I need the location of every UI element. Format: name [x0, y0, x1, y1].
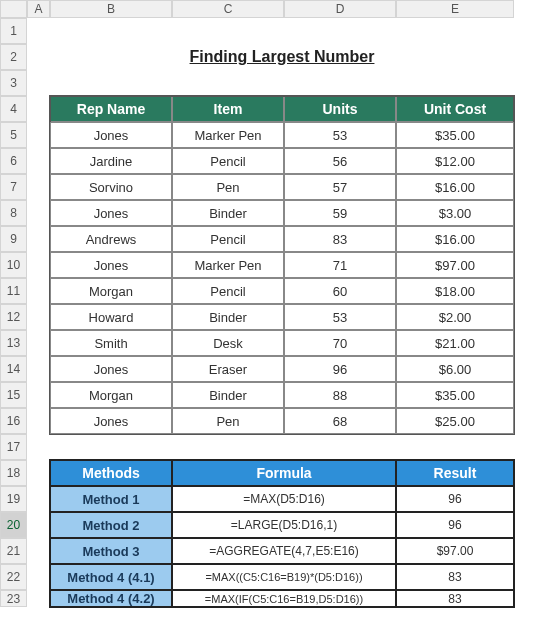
t1-cell[interactable]: 68 [284, 408, 396, 434]
t2-formula[interactable]: =MAX((C5:C16=B19)*(D5:D16)) [172, 564, 396, 590]
spreadsheet-grid[interactable]: A B C D E Finding Largest Number Rep Nam… [0, 0, 534, 607]
col-header-D[interactable]: D [284, 0, 396, 18]
row-header-17[interactable]: 17 [0, 434, 27, 460]
t1-cell[interactable]: 96 [284, 356, 396, 382]
t1-cell[interactable]: Jones [50, 356, 172, 382]
row-header-5[interactable]: 5 [0, 122, 27, 148]
t1-cell[interactable]: $6.00 [396, 356, 514, 382]
t1-cell[interactable]: 88 [284, 382, 396, 408]
t1-header-rep[interactable]: Rep Name [50, 96, 172, 122]
t1-cell[interactable]: $2.00 [396, 304, 514, 330]
row-header-19[interactable]: 19 [0, 486, 27, 512]
row-header-11[interactable]: 11 [0, 278, 27, 304]
row-header-1[interactable]: 1 [0, 18, 27, 44]
t2-method-label[interactable]: Method 4 (4.2) [50, 590, 172, 607]
t2-method-label[interactable]: Method 4 (4.1) [50, 564, 172, 590]
row-header-8[interactable]: 8 [0, 200, 27, 226]
row-header-2[interactable]: 2 [0, 44, 27, 70]
t1-cell[interactable]: Pencil [172, 278, 284, 304]
row-header-3[interactable]: 3 [0, 70, 27, 96]
t1-cell[interactable]: Pen [172, 408, 284, 434]
t2-method-label[interactable]: Method 3 [50, 538, 172, 564]
t2-method-label[interactable]: Method 1 [50, 486, 172, 512]
row-header-6[interactable]: 6 [0, 148, 27, 174]
t1-cell[interactable]: Morgan [50, 278, 172, 304]
t2-formula[interactable]: =AGGREGATE(4,7,E5:E16) [172, 538, 396, 564]
t1-cell[interactable]: Jones [50, 200, 172, 226]
t1-cell[interactable]: Pencil [172, 226, 284, 252]
t1-cell[interactable]: Pencil [172, 148, 284, 174]
col-header-E[interactable]: E [396, 0, 514, 18]
t2-header-methods[interactable]: Methods [50, 460, 172, 486]
row-header-23[interactable]: 23 [0, 590, 27, 607]
t2-result[interactable]: 83 [396, 564, 514, 590]
t1-cell[interactable]: Binder [172, 304, 284, 330]
t1-cell[interactable]: Sorvino [50, 174, 172, 200]
t1-cell[interactable]: Pen [172, 174, 284, 200]
t2-formula[interactable]: =MAX(D5:D16) [172, 486, 396, 512]
col-header-C[interactable]: C [172, 0, 284, 18]
t1-cell[interactable]: 83 [284, 226, 396, 252]
t1-cell[interactable]: $97.00 [396, 252, 514, 278]
t1-cell[interactable]: Morgan [50, 382, 172, 408]
row-header-12[interactable]: 12 [0, 304, 27, 330]
row-header-16[interactable]: 16 [0, 408, 27, 434]
t1-cell[interactable]: $25.00 [396, 408, 514, 434]
row-header-18[interactable]: 18 [0, 460, 27, 486]
t2-formula[interactable]: =LARGE(D5:D16,1) [172, 512, 396, 538]
t2-header-result[interactable]: Result [396, 460, 514, 486]
row-header-13[interactable]: 13 [0, 330, 27, 356]
t1-cell[interactable]: $35.00 [396, 122, 514, 148]
t1-cell[interactable]: Eraser [172, 356, 284, 382]
t2-method-label[interactable]: Method 2 [50, 512, 172, 538]
row-header-21[interactable]: 21 [0, 538, 27, 564]
t1-cell[interactable]: 70 [284, 330, 396, 356]
t1-cell[interactable]: $16.00 [396, 226, 514, 252]
t1-cell[interactable]: 57 [284, 174, 396, 200]
select-all-corner[interactable] [0, 0, 27, 18]
t1-cell[interactable]: Andrews [50, 226, 172, 252]
t1-cell[interactable]: Desk [172, 330, 284, 356]
t2-result[interactable]: $97.00 [396, 538, 514, 564]
t2-header-formula[interactable]: Formula [172, 460, 396, 486]
t1-cell[interactable]: 60 [284, 278, 396, 304]
t1-cell[interactable]: 59 [284, 200, 396, 226]
row-header-4[interactable]: 4 [0, 96, 27, 122]
t1-cell[interactable]: Marker Pen [172, 122, 284, 148]
t1-header-cost[interactable]: Unit Cost [396, 96, 514, 122]
row-header-10[interactable]: 10 [0, 252, 27, 278]
t1-cell[interactable]: Smith [50, 330, 172, 356]
t1-cell[interactable]: $16.00 [396, 174, 514, 200]
t1-cell[interactable]: 53 [284, 122, 396, 148]
t1-cell[interactable]: Binder [172, 200, 284, 226]
t1-header-item[interactable]: Item [172, 96, 284, 122]
t1-cell[interactable]: Binder [172, 382, 284, 408]
t1-cell[interactable]: 53 [284, 304, 396, 330]
t1-cell[interactable]: Marker Pen [172, 252, 284, 278]
t1-header-units[interactable]: Units [284, 96, 396, 122]
row-header-7[interactable]: 7 [0, 174, 27, 200]
t2-result[interactable]: 96 [396, 486, 514, 512]
col-header-A[interactable]: A [27, 0, 50, 18]
t1-cell[interactable]: Jones [50, 122, 172, 148]
t1-cell[interactable]: $3.00 [396, 200, 514, 226]
t1-cell[interactable]: $12.00 [396, 148, 514, 174]
t2-result[interactable]: 96 [396, 512, 514, 538]
t1-cell[interactable]: 71 [284, 252, 396, 278]
t1-cell[interactable]: Jardine [50, 148, 172, 174]
t1-cell[interactable]: $21.00 [396, 330, 514, 356]
t1-cell[interactable]: Jones [50, 408, 172, 434]
t1-cell[interactable]: $18.00 [396, 278, 514, 304]
row-header-20[interactable]: 20 [0, 512, 27, 538]
row-header-14[interactable]: 14 [0, 356, 27, 382]
t1-cell[interactable]: Jones [50, 252, 172, 278]
col-header-B[interactable]: B [50, 0, 172, 18]
t1-cell[interactable]: 56 [284, 148, 396, 174]
row-header-22[interactable]: 22 [0, 564, 27, 590]
t2-formula[interactable]: =MAX(IF(C5:C16=B19,D5:D16)) [172, 590, 396, 607]
row-header-9[interactable]: 9 [0, 226, 27, 252]
row-header-15[interactable]: 15 [0, 382, 27, 408]
t1-cell[interactable]: Howard [50, 304, 172, 330]
t1-cell[interactable]: $35.00 [396, 382, 514, 408]
t2-result[interactable]: 83 [396, 590, 514, 607]
